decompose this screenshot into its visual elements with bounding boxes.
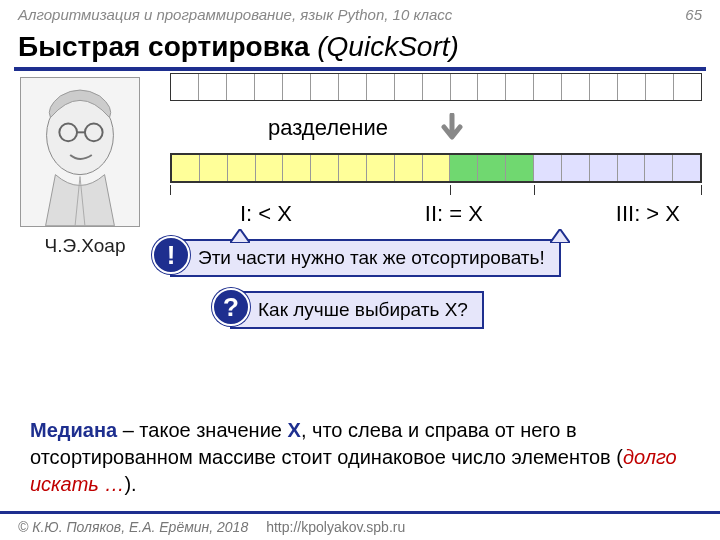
part-2-label: II: = X <box>425 201 483 227</box>
footer: © К.Ю. Поляков, Е.А. Ерёмин, 2018 http:/… <box>0 511 720 540</box>
slide: Алгоритмизация и программирование, язык … <box>0 0 720 540</box>
svg-marker-5 <box>550 229 570 243</box>
pointer-icon <box>230 229 250 243</box>
title-paren: (QuickSort) <box>317 31 459 62</box>
course-title: Алгоритмизация и программирование, язык … <box>18 6 452 23</box>
topbar: Алгоритмизация и программирование, язык … <box>0 0 720 23</box>
median-term: Медиана <box>30 419 117 441</box>
ticks <box>170 185 702 197</box>
part-1-label: I: < X <box>240 201 292 227</box>
question-badge-icon: ? <box>212 288 250 326</box>
portrait-image <box>20 77 140 227</box>
callout-sort-parts: ! Эти части нужно так же отсортировать! <box>170 239 702 277</box>
content: Ч.Э.Хоар разделение <box>0 71 720 471</box>
arrow-down-icon <box>438 113 466 151</box>
array-row-split <box>170 153 702 183</box>
array-row-top <box>170 73 702 101</box>
footer-copyright: © К.Ю. Поляков, Е.А. Ерёмин, 2018 <box>18 519 248 535</box>
median-b3: ). <box>124 473 136 495</box>
callout-choose-x: ? Как лучше выбирать X? <box>230 291 702 329</box>
hoare-sketch-icon <box>21 78 139 226</box>
pointer-icon <box>550 229 570 243</box>
callout2-text: Как лучше выбирать X? <box>230 291 484 329</box>
svg-marker-4 <box>230 229 250 243</box>
portrait-block: Ч.Э.Хоар <box>20 77 150 257</box>
title-main: Быстрая сортировка <box>18 31 309 62</box>
split-label: разделение <box>268 115 388 141</box>
slide-title: Быстрая сортировка (QuickSort) <box>0 23 720 67</box>
callout1-text: Эти части нужно так же отсортировать! <box>170 239 561 277</box>
part-labels: I: < X II: = X III: > X <box>170 201 702 227</box>
median-definition: Медиана – такое значение X, что слева и … <box>30 417 690 498</box>
diagram: разделение I: < X II: = X III <box>170 73 702 329</box>
part-3-label: III: > X <box>616 201 680 227</box>
footer-url: http://kpolyakov.spb.ru <box>266 519 405 535</box>
page-number: 65 <box>685 6 702 23</box>
portrait-caption: Ч.Э.Хоар <box>20 235 150 257</box>
median-b1: – такое значение <box>117 419 287 441</box>
exclaim-badge-icon: ! <box>152 236 190 274</box>
median-x: X <box>288 419 301 441</box>
